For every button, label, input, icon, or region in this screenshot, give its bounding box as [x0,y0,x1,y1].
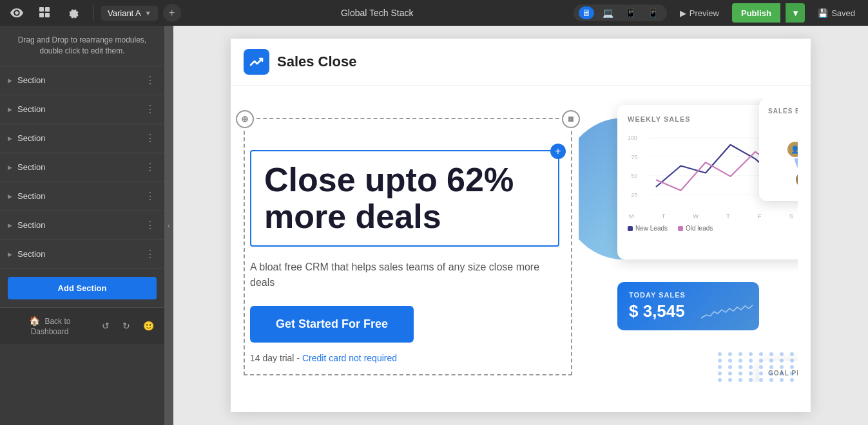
chevron-right-icon: ▶ [8,106,12,113]
section-label: Section [17,191,45,201]
play-icon: ▶ [680,8,686,18]
sidebar-item-section-4[interactable]: ▶ Section ⋮ [0,153,164,182]
drag-handle-icon[interactable]: ⋮ [145,219,157,231]
preview-label: Preview [690,8,719,18]
subtitle-text: A bloat free CRM that helps sales teams … [250,260,559,290]
section-label: Section [17,249,45,259]
chevron-right-icon: ▶ [8,222,12,229]
eye-icon[interactable] [5,1,28,24]
chevron-left-icon: ‹ [168,222,169,229]
svg-rect-8 [571,117,574,119]
variant-label: Variant A [108,8,141,18]
donut-chart: 👤 👤 👤 [791,121,798,185]
chevron-down-icon: ▼ [145,10,151,17]
home-icon: 🏠 [29,316,40,326]
sidebar-item-section-1[interactable]: ▶ Section ⋮ [0,66,164,95]
svg-rect-7 [568,117,571,119]
publish-chevron-button[interactable]: ▼ [786,3,805,23]
section-label: Section [17,220,45,230]
add-content-button[interactable]: + [550,144,566,159]
undo-button[interactable]: ↺ [99,318,112,334]
svg-text:75: 75 [632,154,638,160]
publish-button[interactable]: Publish [732,3,780,23]
sidebar-hint: Drag and Drop to rearrange modules, doub… [0,26,164,66]
svg-text:25: 25 [632,192,638,198]
main-layout: Drag and Drop to rearrange modules, doub… [0,26,868,425]
laptop-icon[interactable]: 💻 [599,6,617,19]
drag-handle-icon[interactable]: ⋮ [145,190,157,202]
desktop-icon[interactable]: 🖥 [579,6,594,19]
redo-button[interactable]: ↻ [120,318,133,334]
sidebar-item-section-3[interactable]: ▶ Section ⋮ [0,124,164,153]
today-sales-card: TODAY SALES $ 3,545 [617,282,759,330]
save-icon: 💾 [818,8,828,18]
sidebar-item-section-2[interactable]: ▶ Section ⋮ [0,95,164,124]
emoji-button[interactable]: 🙂 [140,318,157,334]
section-label: Section [17,133,45,143]
headline-text-box[interactable]: + Close upto 62% more deals [250,150,559,247]
page-header: Sales Close [231,39,811,86]
sales-close-icon [244,49,269,75]
dots-pattern-decoration: // Generate dots inline (function(){ var… [718,352,798,382]
svg-rect-9 [568,119,571,122]
saved-button[interactable]: 💾 Saved [810,5,863,21]
page-title-text: Sales Close [277,53,357,70]
svg-rect-3 [45,13,50,17]
today-sales-label: TODAY SALES [629,291,747,299]
sidebar-item-section-7[interactable]: ▶ Section ⋮ [0,240,164,269]
avatar-2: 👤 [786,140,798,158]
preview-button[interactable]: ▶ Preview [672,5,727,21]
variant-selector[interactable]: Variant A ▼ [101,6,158,21]
back-to-dashboard-button[interactable]: 🏠 Back to Dashboard [8,313,92,339]
sidebar: Drag and Drop to rearrange modules, doub… [0,26,164,425]
cta-button[interactable]: Get Started For Free [250,306,414,343]
drag-handle-icon[interactable]: ⋮ [145,103,157,115]
add-section-container: Add Section [0,269,164,307]
exec-card-title: SALES BY EXECUTIVE [768,108,798,115]
chevron-right-icon: ▶ [8,193,12,200]
chevron-right-icon: ▶ [8,251,12,258]
sidebar-item-section-5[interactable]: ▶ Section ⋮ [0,182,164,211]
trial-link[interactable]: Credit card not required [302,353,397,363]
svg-text:50: 50 [632,173,638,179]
saved-label: Saved [831,8,855,18]
tablet-icon[interactable]: 📱 [622,6,639,19]
main-headline: Close upto 62% more deals [264,162,545,235]
sidebar-bottom-bar: 🏠 Back to Dashboard ↺ ↻ 🙂 [0,307,164,344]
canvas-area: Sales Close + C [173,26,868,425]
svg-text:100: 100 [628,135,637,141]
section-label: Section [17,75,45,85]
canvas-inner: Sales Close + C [231,39,811,412]
sparkline-chart [701,302,753,324]
add-section-button[interactable]: Add Section [8,277,157,299]
page-title: Global Tech Stack [186,8,568,18]
chart-legend: New Leads Old leads [628,225,798,232]
chevron-right-icon: ▶ [8,77,12,84]
trial-text: 14 day trial - Credit card not required [250,353,559,363]
svg-rect-1 [45,7,50,12]
svg-rect-2 [39,13,44,17]
drag-handle-icon[interactable]: ⋮ [145,74,157,86]
device-icons: 🖥 💻 📱 📱 [574,5,667,21]
sidebar-item-section-6[interactable]: ▶ Section ⋮ [0,211,164,240]
grid-icon[interactable] [34,1,57,24]
chart-day-labels: MTWTFSS [628,213,798,220]
section-label: Section [17,162,45,172]
section-content: + Close upto 62% more deals A bloat free… [231,86,811,395]
chevron-right-icon: ▶ [8,164,12,171]
chevron-right-icon: ▶ [8,135,12,142]
topbar: Variant A ▼ + Global Tech Stack 🖥 💻 📱 📱 … [0,0,868,26]
drag-handle-icon[interactable]: ⋮ [145,161,157,173]
drag-handle-icon[interactable]: ⋮ [145,132,157,144]
add-variant-button[interactable]: + [163,4,181,22]
divider [93,5,93,21]
drag-handle-icon[interactable]: ⋮ [145,248,157,260]
settings-icon[interactable] [62,1,85,24]
left-content: + Close upto 62% more deals A bloat free… [244,99,566,382]
section-label: Section [17,104,45,114]
svg-rect-10 [571,119,574,122]
svg-rect-0 [39,7,44,12]
collapse-sidebar-handle[interactable]: ‹ [164,26,173,425]
right-content: WEEKLY SALES ⋯ 100 75 [579,99,798,382]
mobile-icon[interactable]: 📱 [644,6,662,19]
